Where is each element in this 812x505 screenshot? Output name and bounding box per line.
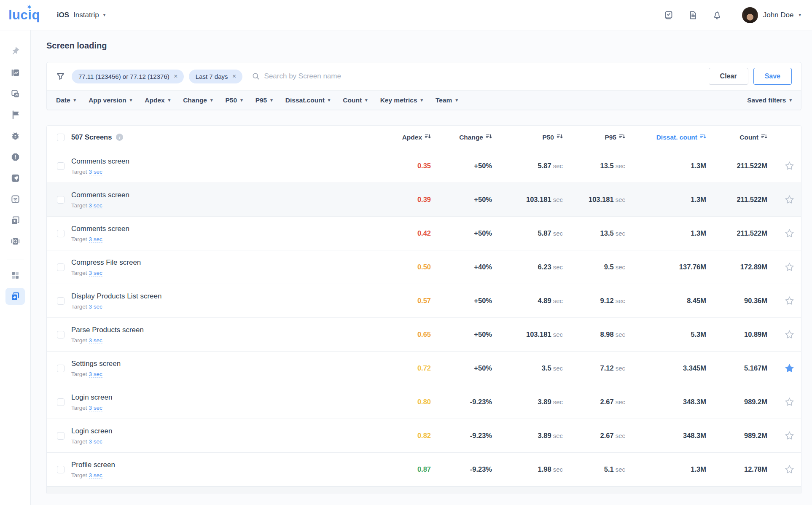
dropdown-count[interactable]: Count▾	[343, 97, 367, 104]
screen-name: Login screen	[71, 427, 382, 435]
pin-icon[interactable]	[5, 43, 25, 60]
favorite-star-icon[interactable]	[767, 161, 794, 171]
featured-icon[interactable]	[5, 212, 25, 228]
alert-icon[interactable]	[5, 148, 25, 165]
row-checkbox[interactable]	[57, 466, 65, 473]
table-row[interactable]: Comments screen Target3 sec 0.35 +50% 5.…	[47, 149, 801, 183]
info-icon[interactable]: i	[116, 134, 123, 141]
favorite-star-icon[interactable]	[767, 431, 794, 441]
saved-filters-dropdown[interactable]: Saved filters ▾	[747, 97, 792, 104]
change-value: -9.23%	[431, 465, 492, 473]
screen-name: Comments screen	[71, 225, 382, 233]
favorite-star-icon[interactable]	[767, 465, 794, 474]
row-checkbox[interactable]	[57, 398, 65, 406]
filter-chip-version[interactable]: 77.11 (123456) or 77.12 (12376) ✕	[72, 70, 184, 83]
target-link[interactable]: 3 sec	[89, 472, 102, 479]
search-box	[252, 72, 709, 81]
rocket-icon[interactable]	[5, 169, 25, 186]
close-icon[interactable]: ✕	[232, 73, 237, 79]
column-header-p95[interactable]: P95	[563, 133, 625, 141]
filter-chip-daterange[interactable]: Last 7 days ✕	[189, 70, 242, 83]
page-title: Screen loading	[46, 41, 801, 51]
favorite-star-icon[interactable]	[767, 228, 794, 238]
row-checkbox[interactable]	[57, 297, 65, 305]
table-row[interactable]: Profile screen Target3 sec 0.87 -9.23% 1…	[47, 453, 801, 486]
sessions-icon[interactable]	[5, 85, 25, 102]
screen-name: Display Products List screen	[71, 292, 382, 301]
dropdown-apdex[interactable]: Apdex▾	[145, 97, 170, 104]
analytics-icon[interactable]	[5, 64, 25, 81]
table-row[interactable]: Settings screen Target3 sec 0.72 +50% 3.…	[47, 352, 801, 385]
screen-loading-icon[interactable]	[5, 288, 25, 305]
row-checkbox[interactable]	[57, 432, 65, 440]
save-button[interactable]: Save	[753, 68, 792, 85]
target-link[interactable]: 3 sec	[89, 304, 102, 310]
select-all-checkbox[interactable]	[57, 134, 65, 141]
target-link[interactable]: 3 sec	[89, 202, 102, 209]
avatar	[742, 7, 758, 23]
p95-value: 2.67	[600, 432, 614, 440]
bug-icon[interactable]	[5, 127, 25, 144]
count-value: 10.89M	[706, 330, 767, 338]
replay-icon[interactable]	[5, 233, 25, 250]
favorite-star-icon[interactable]	[767, 262, 794, 272]
dropdown-p50[interactable]: P50▾	[226, 97, 243, 104]
chevron-down-icon: ▾	[270, 98, 273, 102]
dropdown-app-version[interactable]: App version▾	[89, 97, 132, 104]
column-header-change[interactable]: Change	[431, 133, 492, 141]
target-link[interactable]: 3 sec	[89, 270, 102, 277]
dropdown-p95[interactable]: P95▾	[255, 97, 273, 104]
target-link[interactable]: 3 sec	[89, 438, 102, 445]
luciq-logo[interactable]: luciq ✶	[8, 8, 43, 23]
column-header-count[interactable]: Count	[706, 133, 767, 141]
dropdown-dissat-count[interactable]: Dissat.count▾	[285, 97, 331, 104]
dropdown-change[interactable]: Change▾	[183, 97, 212, 104]
close-icon[interactable]: ✕	[174, 73, 178, 79]
table-row[interactable]: Parse Products screen Target3 sec 0.65 +…	[47, 318, 801, 352]
dropdown-team[interactable]: Team▾	[436, 97, 458, 104]
network-icon[interactable]	[5, 191, 25, 207]
target-link[interactable]: 3 sec	[89, 337, 102, 344]
column-header-p50[interactable]: P50	[492, 133, 563, 141]
user-menu[interactable]: John Doe ▾	[742, 7, 801, 23]
top-bar: luciq ✶ iOS Instatrip ▾	[0, 0, 812, 30]
table-row[interactable]: Login screen Target3 sec 0.82 -9.23% 3.8…	[47, 419, 801, 453]
notifications-bell-icon[interactable]	[712, 10, 723, 21]
column-header-dissat-count[interactable]: Dissat. count	[625, 133, 706, 141]
p95-value: 8.98	[600, 330, 614, 338]
row-checkbox[interactable]	[57, 263, 65, 271]
clear-button[interactable]: Clear	[709, 68, 748, 85]
row-checkbox[interactable]	[57, 196, 65, 204]
search-input[interactable]	[264, 72, 709, 81]
table-row[interactable]: Display Products List screen Target3 sec…	[47, 284, 801, 318]
apps-grid-icon[interactable]	[5, 267, 25, 284]
row-checkbox[interactable]	[57, 230, 65, 237]
favorite-star-icon[interactable]	[767, 397, 794, 407]
p95-value: 2.67	[600, 398, 614, 406]
target-link[interactable]: 3 sec	[89, 371, 102, 378]
flag-icon[interactable]	[5, 106, 25, 123]
surveys-icon[interactable]	[663, 10, 674, 21]
chevron-down-icon: ▾	[328, 98, 331, 102]
target-link[interactable]: 3 sec	[89, 236, 102, 243]
target-link[interactable]: 3 sec	[89, 405, 102, 411]
dropdown-date[interactable]: Date▾	[56, 97, 76, 104]
row-checkbox[interactable]	[57, 365, 65, 372]
docs-icon[interactable]	[687, 10, 698, 21]
favorite-star-icon[interactable]	[767, 195, 794, 204]
row-checkbox[interactable]	[57, 162, 65, 170]
table-row[interactable]: Compress File screen Target3 sec 0.50 +4…	[47, 250, 801, 284]
target-link[interactable]: 3 sec	[89, 169, 102, 175]
row-checkbox[interactable]	[57, 331, 65, 338]
table-row[interactable]: Comments screen Target3 sec 0.42 +50% 5.…	[47, 217, 801, 250]
app-selector[interactable]: iOS Instatrip ▾	[57, 11, 105, 19]
dissat-count-value: 1.3M	[625, 465, 706, 473]
p50-unit: sec	[553, 162, 563, 169]
table-row[interactable]: Comments screen Target3 sec 0.39 +50% 10…	[47, 183, 801, 217]
favorite-star-icon[interactable]	[767, 296, 794, 306]
dropdown-key-metrics[interactable]: Key metrics▾	[380, 97, 423, 104]
column-header-apdex[interactable]: Apdex	[382, 133, 431, 141]
favorite-star-icon[interactable]	[767, 363, 794, 373]
table-row[interactable]: Login screen Target3 sec 0.80 -9.23% 3.8…	[47, 385, 801, 419]
favorite-star-icon[interactable]	[767, 330, 794, 339]
